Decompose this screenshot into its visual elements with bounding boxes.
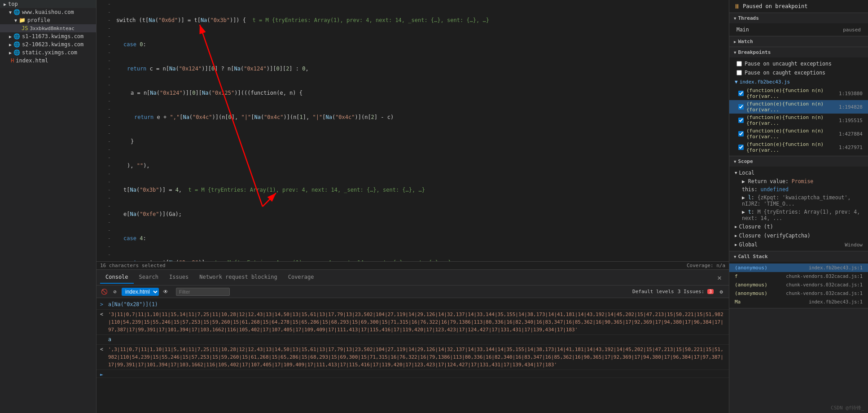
file-tree-sidebar: ▶ top ▼ 🌐 www.kuaishou.com ▼ 📁 profile J… xyxy=(0,0,96,413)
tab-issues[interactable]: Issues xyxy=(164,271,194,284)
bp-entry-3-checkbox[interactable] xyxy=(738,118,744,123)
bp-caught-checkbox[interactable] xyxy=(736,70,742,75)
scope-closure-verify-label: Closure (verifyCaptcha) xyxy=(739,233,810,239)
bp-entry-3-line: 1:195515 xyxy=(839,118,863,123)
console-output-text-2: ',3|11|0,7|11|1,10|11|5,14|11|7,25|11|10… xyxy=(108,346,725,369)
call-stack-section-header[interactable]: ▼ Call Stack xyxy=(729,251,868,262)
sidebar-item-label: top xyxy=(8,1,18,7)
scope-this-label: this: undefined xyxy=(742,186,789,193)
scope-global-value: Window xyxy=(845,242,863,248)
watch-section: ▶ Watch xyxy=(729,36,868,47)
bp-entry-1-fn: (function(e){function n(n){for(var... xyxy=(746,88,836,99)
call-stack-fn-2: f xyxy=(735,273,738,279)
bp-entry-5-line: 1:427971 xyxy=(839,145,863,150)
eye-icon[interactable]: 👁 xyxy=(162,288,170,296)
thread-main[interactable]: Main paused xyxy=(729,25,868,34)
bp-caught-label: Pause on caught exceptions xyxy=(745,70,825,76)
sidebar-item-file-js[interactable]: JS 3xxbkwd8mknteac xyxy=(0,24,96,32)
bp-entry-5-checkbox[interactable] xyxy=(738,145,744,150)
js-file-icon: JS xyxy=(22,25,28,31)
sidebar-item-www[interactable]: ▼ 🌐 www.kuaishou.com xyxy=(0,8,96,16)
tab-network-request-blocking[interactable]: Network request blocking xyxy=(194,271,282,284)
bp-uncaught-checkbox[interactable] xyxy=(736,61,742,66)
bp-entry-5[interactable]: (function(e){function n(n){for(var... 1:… xyxy=(729,141,868,154)
bp-entry-3-fn: (function(e){function n(n){for(var... xyxy=(746,114,836,126)
debug-status-text: Paused on breakpoint xyxy=(743,3,808,9)
default-levels-label[interactable]: Default levels xyxy=(632,289,674,294)
context-selector[interactable]: index.html xyxy=(122,288,159,296)
bp-file-name: index.fb2bec43.js xyxy=(740,79,790,85)
bp-entry-3[interactable]: (function(e){function n(n){for(var... 1:… xyxy=(729,114,868,127)
call-stack-loc-1: index.fb2bec43.js:1 xyxy=(809,265,863,271)
bp-entry-1[interactable]: (function(e){function n(n){for(var... 1:… xyxy=(729,87,868,100)
sidebar-item-profile[interactable]: ▼ 📁 profile xyxy=(0,16,96,24)
threads-label: Threads xyxy=(738,15,758,21)
call-stack-item-2[interactable]: f chunk-vendors.032cacad.js:1 xyxy=(729,272,868,281)
sidebar-item-s1[interactable]: ▶ 🌐 s1-11673.kwimgs.com xyxy=(0,32,96,40)
empty-prompt: ► xyxy=(100,371,105,378)
tab-search[interactable]: Search xyxy=(134,271,164,284)
thread-main-status: paused xyxy=(843,27,861,33)
chevron-down-icon: ▼ xyxy=(735,79,738,85)
tab-coverage[interactable]: Coverage xyxy=(283,271,320,284)
breakpoints-section-header[interactable]: ▼ Breakpoints xyxy=(729,47,868,57)
scope-global[interactable]: ▶ Global Window xyxy=(729,240,868,249)
bp-entry-4-line: 1:427884 xyxy=(839,131,863,137)
bp-entry-2[interactable]: (function(e){function n(n){for(var... 1:… xyxy=(729,100,868,114)
sidebar-item-static[interactable]: ▶ 🌐 static.yximgs.com xyxy=(0,48,96,57)
filter-input[interactable] xyxy=(176,288,230,296)
call-stack-item-3[interactable]: (anonymous) chunk-vendors.032cacad.js:1 xyxy=(729,281,868,289)
bp-entry-1-checkbox[interactable] xyxy=(738,91,744,96)
bp-entry-4-checkbox[interactable] xyxy=(738,131,744,136)
bp-uncaught: Pause on uncaught exceptions xyxy=(729,59,868,68)
call-stack-item-5[interactable]: Ma index.fb2bec43.js:1 xyxy=(729,298,868,306)
scope-l[interactable]: ▶ l: {zKpqt: 'kwaicaptcha_timeout', nIJR… xyxy=(729,193,868,208)
console-settings-button[interactable]: ⚙ xyxy=(717,288,725,296)
line-numbers: - - - - - - - - - - - - - - - - - - - - xyxy=(96,0,114,261)
sidebar-item-label: s2-10623.kwimgs.com xyxy=(22,41,83,48)
console-label-row: a xyxy=(96,335,729,345)
chevron-right-icon: ▶ xyxy=(734,40,736,44)
globe-icon: 🌐 xyxy=(13,9,20,15)
bp-entry-2-checkbox[interactable] xyxy=(738,104,744,110)
call-stack-fn-4: (anonymous) xyxy=(735,290,767,296)
close-bottom-panel-button[interactable]: ✕ xyxy=(714,273,725,282)
call-stack-fn-5: Ma xyxy=(735,299,741,305)
call-stack-item-1[interactable]: (anonymous) index.fb2bec43.js:1 xyxy=(729,264,868,272)
chevron-down-icon: ▼ xyxy=(734,255,736,259)
sidebar-item-label: s1-11673.kwimgs.com xyxy=(22,33,83,40)
watch-section-header[interactable]: ▶ Watch xyxy=(729,36,868,47)
scope-section-header[interactable]: ▼ Scope xyxy=(729,156,868,167)
breakpoints-content: Pause on uncaught exceptions Pause on ca… xyxy=(729,57,868,156)
scope-l-label: l xyxy=(748,194,751,201)
chevron-right-icon: ▶ xyxy=(9,50,12,55)
call-stack-item-4[interactable]: (anonymous) chunk-vendors.032cacad.js:1 xyxy=(729,289,868,298)
sidebar-item-top[interactable]: ▶ top xyxy=(0,0,96,8)
issues-badge: 3 xyxy=(707,289,714,294)
chevron-down-icon: ▼ xyxy=(734,16,736,21)
scope-t[interactable]: ▶ t: M {tryEntries: Array(1), prev: 4, n… xyxy=(729,208,868,222)
console-label-text: a xyxy=(108,336,725,343)
bp-caught: Pause on caught exceptions xyxy=(729,68,868,77)
threads-content: Main paused xyxy=(729,23,868,36)
bp-entry-2-line: 1:194828 xyxy=(839,104,863,110)
filter-toggle-button[interactable]: ⊘ xyxy=(111,288,119,296)
sidebar-item-label: profile xyxy=(27,17,50,23)
sidebar-item-indexhtml[interactable]: H index.html xyxy=(0,57,96,65)
html-file-icon: H xyxy=(11,57,14,64)
scope-return-value[interactable]: ▶ Return value: Promise xyxy=(729,177,868,185)
bp-entry-4[interactable]: (function(e){function n(n){for(var... 1:… xyxy=(729,127,868,141)
tab-console[interactable]: Console xyxy=(100,271,134,284)
call-stack-loc-3: chunk-vendors.032cacad.js:1 xyxy=(786,282,863,288)
sidebar-item-s2[interactable]: ▶ 🌐 s2-10623.kwimgs.com xyxy=(0,40,96,48)
bp-entry-4-fn: (function(e){function n(n){for(var... xyxy=(746,128,836,140)
scope-this: this: undefined xyxy=(729,185,868,193)
scope-local-group[interactable]: ▼ Local xyxy=(729,168,868,177)
scope-closure-t[interactable]: ▶ Closure (t) xyxy=(729,222,868,231)
sidebar-item-label: index.html xyxy=(16,57,48,64)
console-output[interactable]: > a[Na("0x28")](1) < '3|11|0,7|11|1,10|1… xyxy=(96,298,729,413)
console-input-row-1: > a[Na("0x28")](1) xyxy=(96,300,729,310)
threads-section-header[interactable]: ▼ Threads xyxy=(729,13,868,23)
clear-console-button[interactable]: 🚫 xyxy=(100,288,108,296)
scope-closure-verify[interactable]: ▶ Closure (verifyCaptcha) xyxy=(729,231,868,240)
